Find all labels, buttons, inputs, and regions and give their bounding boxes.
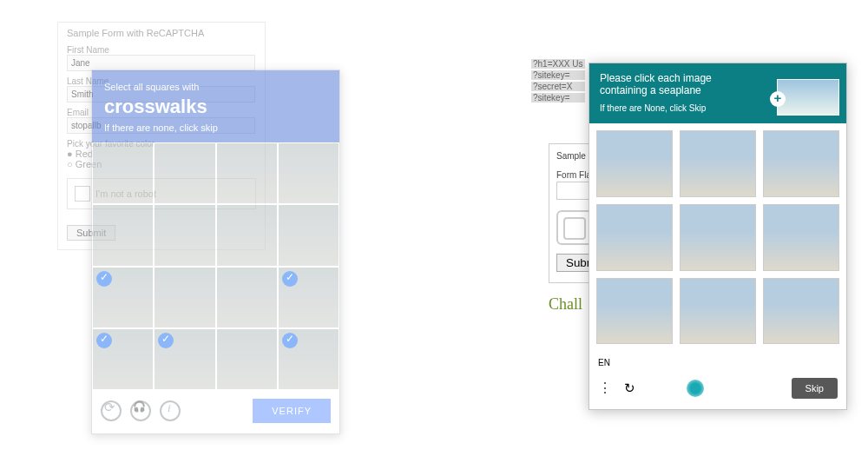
captcha-tile[interactable] bbox=[279, 143, 339, 203]
info-icon[interactable] bbox=[160, 400, 181, 421]
seaplane-footer2: ⋮ ↻ Skip bbox=[589, 378, 846, 409]
seaplane-tile[interactable] bbox=[596, 130, 673, 197]
captcha-tile[interactable] bbox=[155, 143, 214, 203]
kebab-icon[interactable]: ⋮ bbox=[598, 384, 612, 393]
captcha-tile[interactable] bbox=[217, 329, 277, 389]
seaplane-line1: Please click each image bbox=[600, 72, 712, 84]
captcha-grid bbox=[92, 142, 339, 390]
seaplane-tile[interactable] bbox=[680, 278, 756, 345]
seaplane-tile[interactable] bbox=[763, 130, 839, 197]
bg-querystrings: ?h1=XXX Us ?sitekey= ?secret=X ?sitekey= bbox=[531, 57, 585, 104]
captcha-tile[interactable] bbox=[155, 268, 214, 327]
first-name-label: First Name bbox=[67, 45, 256, 55]
recaptcha-checkbox[interactable] bbox=[75, 186, 90, 202]
captcha-tile[interactable] bbox=[93, 205, 153, 265]
skip-button[interactable]: Skip bbox=[792, 378, 838, 399]
seaplane-captcha: Please click each image containing a sea… bbox=[589, 63, 847, 410]
captcha-tile[interactable] bbox=[93, 268, 153, 327]
captcha-tile[interactable] bbox=[155, 329, 214, 389]
challenge-heading: Chall bbox=[549, 295, 582, 314]
captcha-target: crosswalks bbox=[104, 95, 327, 120]
bg-line: ?h1=XXX Us bbox=[531, 59, 585, 69]
bg-line: ?secret=X bbox=[531, 82, 585, 91]
captcha-tile[interactable] bbox=[217, 143, 277, 203]
captcha-tile[interactable] bbox=[93, 143, 153, 203]
seaplane-tile[interactable] bbox=[680, 130, 756, 197]
zoom-icon[interactable]: + bbox=[770, 91, 786, 107]
captcha-tile[interactable] bbox=[93, 329, 153, 389]
captcha-tile[interactable] bbox=[155, 205, 214, 265]
bg-line: ?sitekey= bbox=[531, 93, 585, 103]
seaplane-tile[interactable] bbox=[680, 204, 756, 271]
lang-label: EN bbox=[598, 358, 610, 367]
audio-icon[interactable] bbox=[130, 400, 151, 421]
captcha-tile[interactable] bbox=[279, 268, 339, 327]
seaplane-tile[interactable] bbox=[763, 204, 839, 271]
seaplane-header: Please click each image containing a sea… bbox=[589, 63, 846, 123]
seaplane-tile[interactable] bbox=[596, 278, 673, 345]
captcha-footer: VERIFY bbox=[92, 390, 339, 433]
captcha-instruction-1: Select all squares with bbox=[104, 82, 199, 92]
seaplane-footer: EN bbox=[589, 351, 846, 378]
seaplane-example-image bbox=[777, 79, 839, 116]
reload-icon[interactable]: ↻ bbox=[624, 380, 635, 396]
seaplane-grid bbox=[589, 123, 846, 351]
seaplane-tile[interactable] bbox=[763, 278, 839, 345]
captcha-tile[interactable] bbox=[217, 205, 277, 265]
recaptcha-image-challenge: Select all squares with crosswalks If th… bbox=[91, 69, 340, 434]
form-title: Sample Form with ReCAPTCHA bbox=[67, 28, 256, 38]
captcha-header: Select all squares with crosswalks If th… bbox=[92, 70, 339, 142]
captcha-tile[interactable] bbox=[217, 268, 277, 327]
captcha-tile[interactable] bbox=[279, 205, 339, 265]
captcha-badge-icon bbox=[687, 380, 704, 397]
bg-line: ?sitekey= bbox=[531, 70, 585, 80]
reload-icon[interactable] bbox=[101, 400, 122, 421]
seaplane-tile[interactable] bbox=[596, 204, 673, 271]
captcha-tile[interactable] bbox=[279, 329, 339, 389]
captcha-instruction-2: If there are none, click skip bbox=[104, 122, 218, 133]
seaplane-line2: containing a seaplane bbox=[600, 84, 701, 96]
verify-button[interactable]: VERIFY bbox=[253, 399, 331, 423]
